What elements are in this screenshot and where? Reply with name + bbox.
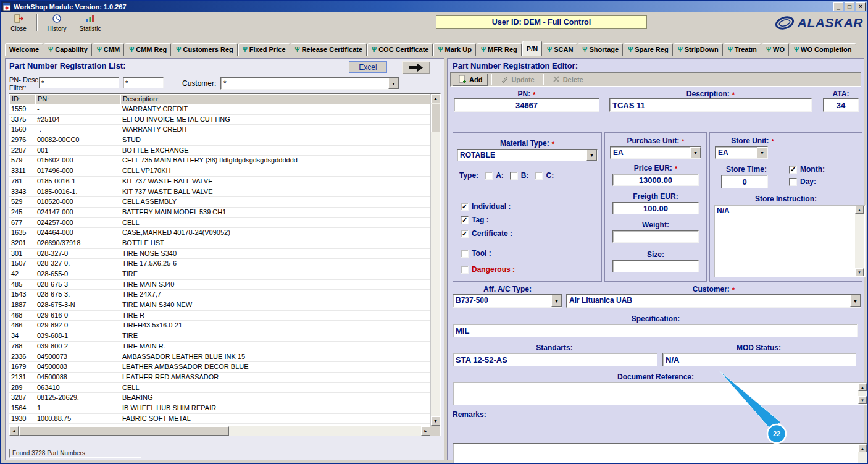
dropdown-arrow-icon[interactable]: ▼ [388,78,399,89]
type-a-checkbox[interactable] [485,172,493,180]
table-row[interactable]: 33430185-0016-1.KIT 737 WASTE BALL VALVE [9,187,430,198]
table-row[interactable]: 301028-327-0TIRE NOSE S340 [9,249,430,259]
vertical-scrollbar-thumb[interactable] [431,104,440,132]
scroll-down-icon[interactable]: ▼ [431,416,440,426]
table-row[interactable]: 19301000.88.75FABRIC SOFT METAL [9,414,430,424]
store-instruction-memo[interactable]: N/A ▲ ▼ [714,205,866,277]
table-row[interactable]: 245024147-000BATTERY MAIN MODEL 539 CH1 [9,208,430,218]
memo-scrollbar[interactable]: ▲ ▼ [858,383,867,404]
pn-input[interactable] [454,98,599,112]
table-row[interactable]: 3375#25104ELI OU INVOICE METAL CUTTING [9,115,430,125]
day-checkbox[interactable] [789,178,797,186]
table-row[interactable]: 213104500088LEATHER RED AMBASSADOR [9,373,430,383]
table-row[interactable]: 1559-WARRANTY CREDIT [9,104,430,115]
freight-eur-input[interactable] [612,202,699,214]
certificate-checkbox[interactable]: ✓ [461,230,469,238]
column-header-id[interactable]: ID: [9,94,35,104]
tab-wo[interactable]: ΨWO [762,43,789,56]
purchase-unit-select[interactable]: EA ▼ [610,146,701,159]
table-row[interactable]: 1887028-675-3-NTIRE MAIN S340 NEW [9,300,430,311]
type-c-checkbox[interactable] [535,172,543,180]
month-checkbox[interactable]: ✓ [789,166,797,174]
table-row[interactable]: 1560-.WARRANTY CREDIT [9,125,430,135]
table-row[interactable]: 1543028-675-3.TIRE 24X7,7 [9,290,430,300]
minimize-button[interactable]: _ [833,2,843,11]
tab-scan[interactable]: ΨSCAN [543,43,577,56]
dropdown-arrow-icon[interactable]: ▼ [757,147,767,158]
tab-wo-completion[interactable]: ΨWO Completion [790,43,856,56]
store-time-input[interactable] [721,175,768,188]
close-button[interactable]: Close [2,13,35,32]
table-row[interactable]: 7810185-0016-1KIT 737 WASTE BALL VALVE [9,177,430,187]
description-filter-input[interactable] [123,77,164,88]
scroll-up-icon[interactable]: ▲ [858,383,867,391]
mod-status-input[interactable] [662,353,856,366]
table-row[interactable]: 289063410CELL [9,383,430,394]
table-row[interactable]: 468029-616-0TIRE R [9,311,430,321]
description-input[interactable] [609,98,812,112]
tab-release-certificate[interactable]: ΨRelease Certificate [291,43,367,56]
tab-fixed-price[interactable]: ΨFixed Price [238,43,290,56]
table-row[interactable]: 42028-655-0TIRE [9,269,430,280]
tab-p-n[interactable]: P/N [522,41,542,56]
dropdown-arrow-icon[interactable]: ▼ [551,295,562,307]
go-arrow-button[interactable] [402,61,430,74]
aff-ac-type-select[interactable]: B737-500 ▼ [453,294,562,308]
price-eur-input[interactable] [612,174,699,186]
table-row[interactable]: 788039-800-2TIRE MAIN R. [9,342,430,352]
table-row[interactable]: 579015602-000CELL 735 MAIN BATTERY (36) … [9,156,430,166]
tab-treatm[interactable]: ΨTreatm [724,43,761,56]
tab-welcome[interactable]: Welcome [5,43,43,56]
table-row[interactable]: 167904500083LEATHER AMBASSADOR DECOR BLU… [9,362,430,373]
tab-stripdown[interactable]: ΨStripDown [674,43,723,56]
size-input[interactable] [612,260,699,272]
remarks-memo[interactable]: ▲ ▼ [453,443,868,464]
tab-mark-up[interactable]: ΨMark Up [433,43,476,56]
update-button[interactable]: Update [495,74,539,86]
table-row[interactable]: 3201026690/37918BOTTLE HST [9,238,430,249]
table-row[interactable]: 677024257-000CELL [9,218,430,229]
customer-select[interactable]: Air Lituanica UAB ▼ [566,294,861,308]
horizontal-scrollbar[interactable]: ◄ ► [9,426,430,436]
pn-filter-input[interactable] [39,77,119,88]
store-unit-select[interactable]: EA ▼ [715,146,768,159]
table-row[interactable]: 297600082-00CC0STUD [9,135,430,146]
tag-checkbox[interactable]: ✓ [461,216,469,224]
table-row[interactable]: 15641IB WHEEL HUB SHIM REPAIR [9,403,430,414]
column-header-description[interactable]: Description: [120,94,430,104]
specification-input[interactable] [453,324,858,337]
customer-filter-select[interactable]: * ▼ [220,77,399,90]
maximize-button[interactable]: □ [845,2,854,11]
scroll-left-icon[interactable]: ◄ [9,426,19,436]
close-window-button[interactable]: × [856,2,866,11]
horizontal-scrollbar-thumb[interactable] [19,426,229,436]
tool-checkbox[interactable] [461,250,469,258]
dropdown-arrow-icon[interactable]: ▼ [690,147,701,158]
scroll-up-icon[interactable]: ▲ [858,444,867,452]
table-row[interactable]: 34039-688-1TIRE [9,331,430,342]
table-row[interactable]: 328708125-20629.BEARING [9,393,430,403]
tab-mfr-reg[interactable]: ΨMFR Reg [477,43,522,56]
standarts-input[interactable] [453,353,657,366]
tab-coc-certificate[interactable]: ΨCOC Certificate [367,43,433,56]
table-row[interactable]: 233604500073AMBASSADOR LEATHER BLUE INK … [9,352,430,363]
excel-export-button[interactable]: Excel [349,61,387,73]
dropdown-arrow-icon[interactable]: ▼ [586,150,597,161]
document-reference-memo[interactable]: ▲ ▼ [453,382,868,405]
dangerous-checkbox[interactable] [461,266,469,274]
scroll-up-icon[interactable]: ▲ [431,94,440,103]
statistic-button[interactable]: Statistic [74,13,106,32]
table-row[interactable]: 2287001BOTTLE EXCHANGE [9,146,430,156]
add-button[interactable]: Add [453,74,488,86]
tab-shortage[interactable]: ΨShortage [578,43,623,56]
table-row[interactable]: 1635024464-000CASE,MARKED 40178-24(V0905… [9,228,430,238]
dropdown-arrow-icon[interactable]: ▼ [850,295,861,307]
table-row[interactable]: 529018520-000CELL ASSEMBLY [9,197,430,208]
table-row[interactable]: 1507028-327-0.TIRE 17.5X6.25-6 [9,259,430,269]
scroll-right-icon[interactable]: ► [421,426,430,436]
type-b-checkbox[interactable] [510,172,518,180]
delete-button[interactable]: Delete [547,74,588,86]
column-header-pn[interactable]: PN: [35,94,120,104]
tab-cmm[interactable]: ΨCMM [93,43,124,56]
tab-cmm-reg[interactable]: ΨCMM Reg [125,43,171,56]
